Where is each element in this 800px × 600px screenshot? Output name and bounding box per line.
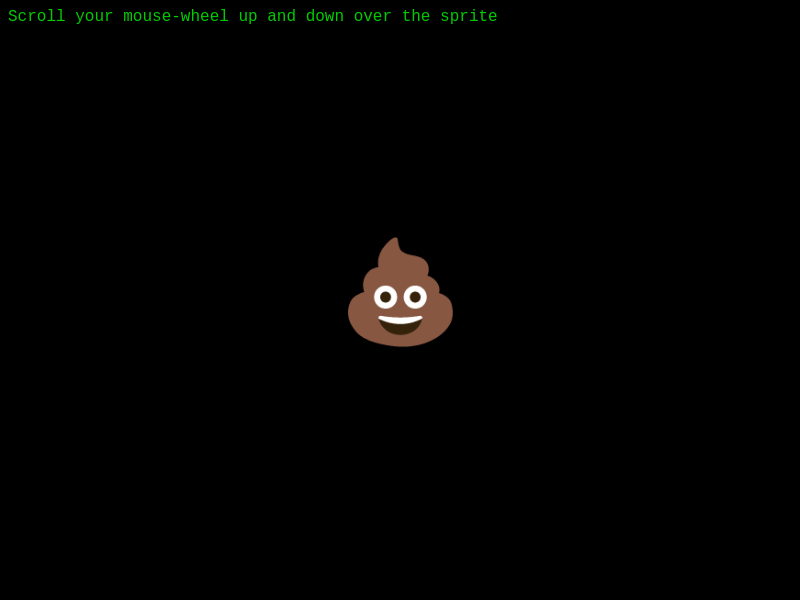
sprite-container[interactable]: 💩	[338, 250, 463, 350]
instruction-label: Scroll your mouse-wheel up and down over…	[8, 8, 498, 26]
poop-sprite-icon[interactable]: 💩	[338, 250, 463, 350]
